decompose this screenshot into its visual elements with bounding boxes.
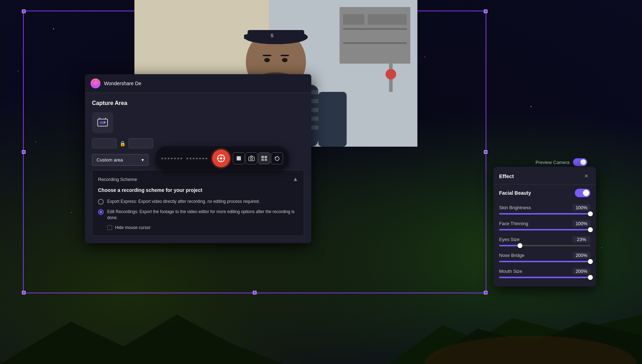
app-title: Wondershare De [104,81,141,86]
dot [193,158,195,159]
slider-thumb-mouth_size[interactable] [588,275,593,280]
radio-export-express-label: Export Express: Export video directly af… [107,199,260,205]
slider-group-mouth_size: Mouth Size 200% [493,265,596,281]
svg-text:S: S [271,33,273,38]
slider-label-nose_bridge: Nose Bridge [499,253,525,258]
scheme-header: Recording Scheme ▲ [98,176,298,182]
radio-edit-recordings-label: Edit Recordings: Export the footage to t… [107,209,298,221]
capture-area-icon-btn[interactable] [92,112,113,133]
refresh-icon [274,155,280,162]
radio-edit-recordings-btn[interactable] [98,209,104,215]
slider-track-mouth_size[interactable] [499,277,590,278]
slider-label-row-mouth_size: Mouth Size 200% [499,268,590,275]
svg-rect-6 [343,14,364,25]
area-type-select[interactable]: Custom area ▾ [92,154,149,166]
dot [199,158,201,159]
effect-close-button[interactable]: × [582,172,590,181]
dot [177,158,179,159]
refresh-button[interactable] [271,152,283,164]
facial-beauty-label: Facial Beauty [499,190,531,196]
radio-export-express[interactable]: Export Express: Export video directly af… [98,199,298,205]
sparkle [601,247,602,248]
dot [174,158,176,159]
slider-label-skin_brightness: Skin Brightness [499,205,531,210]
hide-cursor-row: Hide mouse cursor [107,225,298,230]
record-button[interactable] [212,149,230,167]
svg-rect-9 [343,42,407,44]
slider-group-skin_brightness: Skin Brightness 100% [493,201,596,217]
scheme-collapse-icon[interactable]: ▲ [293,176,298,182]
slider-thumb-face_thinning[interactable] [588,227,593,232]
sparkle [18,71,18,71]
dot [180,158,182,159]
dot [164,158,166,159]
slider-value-skin_brightness: 100% [573,204,590,211]
slider-thumb-eyes_size[interactable] [517,243,522,248]
slider-fill-nose_bridge [499,261,590,262]
slider-track-nose_bridge[interactable] [499,261,590,262]
toolbar-strip [156,147,289,170]
svg-point-26 [264,58,270,62]
facial-beauty-toggle[interactable] [575,189,590,197]
crosshair-icon [216,154,226,163]
slider-group-face_thinning: Face Thinning 100% [493,217,596,233]
slider-fill-skin_brightness [499,213,590,215]
scheme-label: Recording Scheme [98,177,137,182]
facial-beauty-row: Facial Beauty [493,184,596,201]
svg-point-27 [282,58,288,62]
slider-label-row-skin_brightness: Skin Brightness 100% [499,204,590,211]
svg-rect-22 [248,30,304,41]
slider-label-row-face_thinning: Face Thinning 100% [499,220,590,227]
svg-rect-47 [261,159,264,161]
camera-button[interactable] [245,152,258,164]
slider-label-face_thinning: Face Thinning [499,221,528,226]
height-input[interactable]: 960 [128,138,153,148]
slider-thumb-nose_bridge[interactable] [588,259,593,264]
svg-rect-29 [280,55,289,56]
dot [186,158,188,159]
slider-fill-eyes_size [499,245,520,246]
svg-rect-31 [318,92,347,147]
dot [202,158,204,159]
scheme-section: Recording Scheme ▲ Choose a recording sc… [92,170,304,236]
dot [190,158,191,159]
slider-track-skin_brightness[interactable] [499,213,590,215]
camera-icon [248,155,255,161]
hide-cursor-checkbox[interactable] [107,225,112,230]
stop-button[interactable] [233,152,245,164]
app-logo [91,78,100,88]
capture-icon [96,116,109,129]
sparkle [71,212,71,213]
chevron-down-icon: ▾ [141,157,144,163]
toolbar-dots-right [186,158,207,159]
svg-rect-23 [244,35,251,39]
width-input[interactable]: 1600 [92,138,117,148]
radio-export-express-btn[interactable] [98,199,104,205]
svg-rect-45 [261,156,264,158]
preview-camera-bar: Preview Camera [536,158,587,166]
slider-track-eyes_size[interactable] [499,245,590,246]
sparkle [531,106,532,107]
slider-group-eyes_size: Eyes Size 23% [493,233,596,249]
slider-value-nose_bridge: 200% [573,252,590,259]
sparkle [424,57,425,57]
layout-button[interactable] [258,152,270,164]
svg-point-41 [220,157,222,159]
slider-value-face_thinning: 100% [573,220,590,227]
slider-thumb-skin_brightness[interactable] [588,211,593,216]
radio-edit-recordings[interactable]: Edit Recordings: Export the footage to t… [98,209,298,221]
svg-rect-43 [249,157,254,161]
slider-label-row-eyes_size: Eyes Size 23% [499,236,590,243]
slider-fill-mouth_size [499,277,590,278]
slider-label-eyes_size: Eyes Size [499,237,520,242]
slider-fill-face_thinning [499,229,590,230]
hide-cursor-label: Hide mouse cursor [115,225,151,230]
svg-rect-46 [265,156,267,158]
svg-rect-28 [263,55,271,56]
svg-rect-7 [368,14,407,25]
effect-panel: Effect × Facial Beauty Skin Brightness 1… [493,167,596,287]
preview-camera-toggle[interactable] [573,158,587,166]
slider-track-face_thinning[interactable] [499,229,590,230]
dot [206,158,207,159]
svg-rect-42 [237,156,241,160]
